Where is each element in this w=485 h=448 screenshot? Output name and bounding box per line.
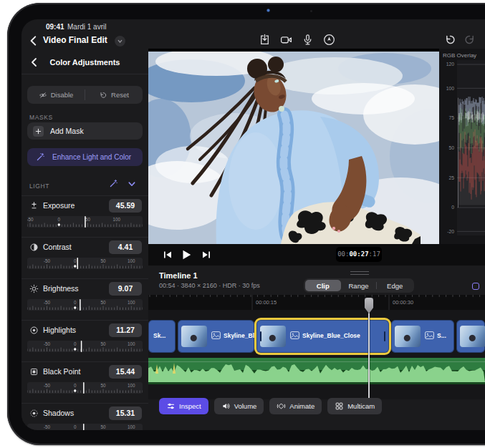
svg-text:0: 0	[74, 341, 77, 346]
clip-label: Skyline_Blue_Wide	[224, 332, 254, 339]
title-dropdown[interactable]	[115, 36, 125, 47]
svg-text:-50: -50	[27, 217, 34, 222]
mode-range[interactable]: Range	[341, 280, 377, 291]
svg-text:0: 0	[451, 205, 454, 210]
sensor-dot	[310, 10, 312, 12]
clip[interactable]: Skyline_Blue_Wide	[178, 320, 254, 353]
trim-handle-right[interactable]	[384, 331, 385, 341]
redo-icon	[464, 34, 476, 46]
slider-ruler[interactable]: -50050100	[27, 382, 143, 394]
slider-value[interactable]: 11.27	[109, 323, 142, 337]
timecode-display[interactable]: 00:00:27:17	[336, 247, 382, 262]
mic-icon[interactable]	[302, 34, 314, 46]
svg-text:-50: -50	[44, 424, 51, 429]
timeline-options-icon[interactable]	[472, 283, 479, 290]
animate-icon	[277, 401, 286, 411]
trim-handle-left[interactable]	[260, 331, 261, 341]
clip[interactable]	[456, 320, 485, 353]
audio-reference-line	[148, 361, 485, 362]
tool-label: Animate	[289, 402, 314, 410]
video-preview[interactable]	[148, 49, 439, 244]
svg-text:75: 75	[448, 115, 454, 120]
clip[interactable]: Sk...	[148, 320, 176, 353]
import-icon[interactable]	[259, 34, 271, 46]
project-title[interactable]: Video Final Edit	[43, 35, 107, 45]
tool-label: Inspect	[179, 402, 201, 410]
svg-text:100: 100	[128, 300, 135, 305]
light-wand-icon[interactable]	[109, 179, 118, 188]
undo-icon[interactable]	[444, 34, 456, 46]
svg-text:50: 50	[448, 145, 454, 150]
exposure-icon	[29, 201, 39, 210]
waveform-scope: 1201007550250-20	[439, 49, 485, 244]
slider-ruler[interactable]: -50050100	[27, 341, 143, 352]
masks-section-label: MASKS	[29, 114, 53, 121]
clip-label: S...	[437, 332, 446, 339]
skip-back-icon[interactable]	[162, 249, 173, 260]
toolbar-icons	[259, 34, 335, 48]
slider-ruler[interactable]: -50050100	[27, 216, 143, 228]
svg-text:100: 100	[128, 341, 135, 346]
divider	[21, 74, 148, 74]
slider-label: Contrast	[43, 243, 72, 251]
svg-text:100: 100	[113, 217, 121, 222]
enhance-label: Enhance Light and Color	[52, 153, 131, 161]
clip-thumbnail	[181, 326, 207, 347]
scope-title: RGB Overlay	[443, 52, 476, 59]
shadows-icon	[29, 409, 39, 418]
front-camera	[266, 9, 270, 12]
slider-value[interactable]: 45.59	[109, 199, 142, 213]
svg-text:50: 50	[101, 258, 107, 263]
timeline-info: 00:54 · 3840 × 2160 · HDR · 30 fps	[159, 282, 260, 289]
slider-ruler[interactable]: -50050100	[27, 424, 143, 430]
svg-text:25: 25	[448, 175, 454, 180]
color-adjustments-panel: Color Adjustments Disable Reset MASK	[21, 49, 148, 430]
slider-label: Shadows	[43, 409, 74, 417]
animate-button[interactable]: Animate	[269, 398, 322, 414]
multicam-button[interactable]: Multicam	[327, 398, 382, 414]
timeline-ruler[interactable]: 00:00:1500:00:30	[148, 295, 485, 310]
slider-value[interactable]: 9.07	[109, 282, 142, 296]
timeline-toolbar: InspectVolumeAnimateMulticam	[159, 398, 382, 414]
svg-text:100: 100	[128, 383, 135, 388]
date: Mardi 1 avril	[67, 23, 106, 31]
clip-label: Skyline_Blue_Close	[302, 332, 360, 339]
photo-icon	[211, 331, 221, 339]
add-mask-button[interactable]: Add Mask	[27, 122, 143, 140]
timeline-name[interactable]: Timeline 1	[159, 271, 198, 280]
reset-button[interactable]: Reset	[85, 86, 143, 104]
svg-text:100: 100	[128, 258, 135, 263]
inspect-icon	[166, 401, 176, 411]
clip[interactable]: S...	[391, 320, 454, 353]
svg-text:100: 100	[128, 424, 135, 429]
camera-icon[interactable]	[280, 34, 292, 46]
volume-button[interactable]: Volume	[214, 398, 264, 414]
slider-value[interactable]: 4.41	[109, 240, 142, 254]
drag-handle[interactable]	[350, 271, 369, 275]
svg-text:-50: -50	[44, 300, 51, 305]
clock: 09:41	[46, 23, 64, 31]
slider-ruler[interactable]: -50050100	[27, 258, 143, 269]
svg-text:50: 50	[85, 217, 91, 222]
light-section-label: LIGHT	[29, 182, 49, 190]
enhance-light-color-button[interactable]: Enhance Light and Color	[27, 148, 143, 166]
clips-track: Sk...Skyline_Blue_WideSkyline_Blue_Close…	[148, 310, 485, 399]
photo-icon	[425, 331, 434, 339]
slider-value[interactable]: 15.31	[109, 406, 142, 420]
pencil-icon[interactable]	[323, 34, 335, 46]
slider-value[interactable]: 15.44	[109, 365, 142, 379]
slider-label: Exposure	[43, 201, 75, 210]
disable-button[interactable]: Disable	[27, 86, 85, 104]
audio-track[interactable]	[148, 358, 485, 384]
clip-thumbnail	[260, 326, 286, 347]
slider-ruler[interactable]: -50050100	[27, 299, 143, 311]
light-collapse-chevron-icon[interactable]	[128, 180, 136, 188]
back-chevron-icon[interactable]	[27, 34, 40, 47]
svg-text:120: 120	[446, 62, 455, 67]
mode-edge[interactable]: Edge	[377, 280, 413, 291]
play-icon[interactable]	[180, 248, 193, 261]
inspect-button[interactable]: Inspect	[159, 398, 208, 414]
skip-forward-icon[interactable]	[201, 249, 212, 260]
slider-brightness: Brightness9.07-50050100	[21, 278, 148, 320]
mode-clip[interactable]: Clip	[305, 280, 341, 291]
